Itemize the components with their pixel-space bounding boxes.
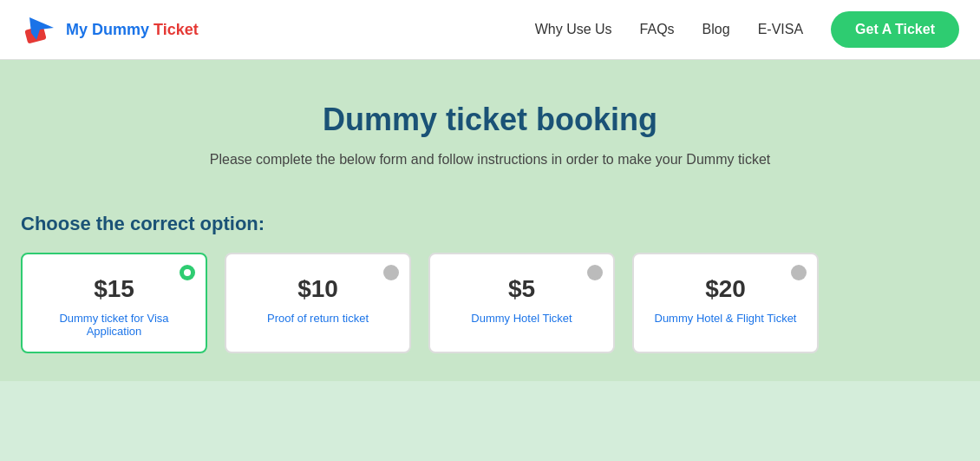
logo-text: My Dummy Ticket [66, 21, 199, 39]
card-price-5: $5 [508, 275, 535, 303]
card-radio-15 [180, 265, 195, 280]
card-price-15: $15 [94, 275, 134, 303]
options-cards-row: $15 Dummy ticket for Visa Application $1… [21, 253, 959, 353]
nav-evisa[interactable]: E-VISA [758, 22, 803, 37]
page-title: Dummy ticket booking [21, 102, 959, 138]
main-content: Choose the correct option: $15 Dummy tic… [0, 185, 980, 381]
option-card-20[interactable]: $20 Dummy Hotel & Flight Ticket [632, 253, 819, 353]
nav-faqs[interactable]: FAQs [640, 22, 675, 37]
card-radio-10 [383, 265, 399, 280]
option-card-15[interactable]: $15 Dummy ticket for Visa Application [21, 253, 207, 353]
card-label-5: Dummy Hotel Ticket [471, 312, 572, 325]
nav-why-use-us[interactable]: Why Use Us [535, 22, 612, 37]
card-radio-5 [587, 265, 603, 280]
get-ticket-button[interactable]: Get A Ticket [831, 11, 959, 48]
main-nav: Why Use Us FAQs Blog E-VISA Get A Ticket [535, 11, 959, 48]
logo[interactable]: My Dummy Ticket [21, 10, 199, 49]
card-radio-20 [791, 265, 807, 280]
option-card-5[interactable]: $5 Dummy Hotel Ticket [428, 253, 615, 353]
option-card-10[interactable]: $10 Proof of return ticket [225, 253, 411, 353]
site-header: My Dummy Ticket Why Use Us FAQs Blog E-V… [0, 0, 980, 60]
card-label-10: Proof of return ticket [267, 312, 369, 325]
hero-subtitle: Please complete the below form and follo… [186, 152, 794, 168]
card-label-15: Dummy ticket for Visa Application [36, 312, 192, 338]
card-price-20: $20 [705, 275, 746, 303]
hero-section: Dummy ticket booking Please complete the… [0, 60, 980, 185]
logo-icon [21, 10, 59, 49]
options-section-title: Choose the correct option: [21, 213, 959, 235]
nav-blog[interactable]: Blog [702, 22, 730, 37]
card-price-10: $10 [297, 275, 338, 303]
card-label-20: Dummy Hotel & Flight Ticket [655, 312, 797, 325]
